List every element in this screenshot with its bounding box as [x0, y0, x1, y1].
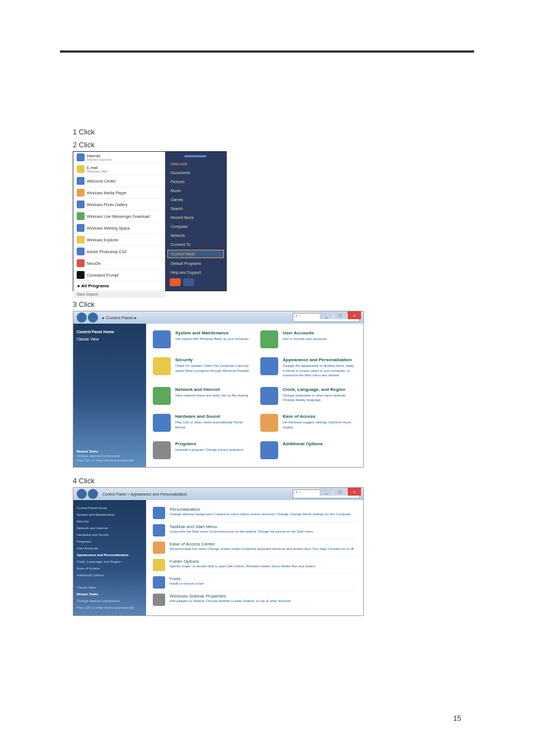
- startmenu-item-cmd[interactable]: Command Prompt: [73, 269, 165, 281]
- right-item-help[interactable]: Help and Support: [167, 269, 224, 276]
- cp-cat-clock[interactable]: Clock, Language, and RegionChange keyboa…: [260, 387, 357, 406]
- startmenu-item-label: Command Prompt: [87, 273, 119, 277]
- startmenu-item-explorer[interactable]: Windows Explorer: [73, 234, 165, 246]
- right-item-defaultprograms[interactable]: Default Programs: [167, 260, 224, 267]
- breadcrumb[interactable]: Control Panel > Appearance and Personali…: [102, 492, 187, 496]
- right-item-games[interactable]: Games: [167, 196, 224, 203]
- power-button[interactable]: [170, 278, 181, 286]
- startmenu-item-email[interactable]: E-mailWindows Mail: [73, 164, 165, 175]
- ap-row-taskbar[interactable]: Taskbar and Start MenuCustomize the Star…: [153, 522, 357, 539]
- cp-cat-additional[interactable]: Additional Options: [260, 441, 357, 460]
- all-programs[interactable]: ▸ All Programs: [73, 281, 165, 291]
- cp-cat-users[interactable]: User AccountsAdd or remove user accounts: [260, 330, 357, 349]
- close-button[interactable]: ×: [348, 311, 361, 319]
- clock-icon: [260, 387, 278, 405]
- messenger-icon: [77, 212, 85, 220]
- startmenu-item-label: Welcome Center: [87, 179, 116, 183]
- internet-icon: [77, 153, 85, 161]
- additional-icon: [260, 441, 278, 459]
- ap-sidebar-item[interactable]: Clock, Language, and Region: [77, 558, 143, 565]
- back-button[interactable]: [77, 489, 87, 499]
- security-icon: [153, 357, 171, 375]
- right-item-controlpanel[interactable]: Control Panel: [167, 250, 224, 258]
- recent-task-link[interactable]: Play CDs or other media automatically: [77, 458, 144, 463]
- ap-sidebar-item[interactable]: Security: [77, 518, 143, 525]
- startmenu-item-label: Windows Live Messenger Download: [87, 214, 150, 218]
- right-item-search[interactable]: Search: [167, 205, 224, 212]
- right-item-music[interactable]: Music: [167, 187, 224, 194]
- right-item-connect[interactable]: Connect To: [167, 241, 224, 248]
- right-item-recent[interactable]: Recent Items: [167, 214, 224, 221]
- cp-cat-ease[interactable]: Ease of AccessLet Windows suggest settin…: [260, 414, 357, 433]
- right-item-user[interactable]: vista-user: [167, 160, 224, 167]
- ap-sidebar-item[interactable]: Hardware and Sound: [77, 531, 143, 538]
- startmenu-item-photoshop[interactable]: Adobe Photoshop CS2: [73, 246, 165, 258]
- right-item-computer[interactable]: Computer: [167, 223, 224, 230]
- step-2-label: 2 Click: [73, 141, 534, 149]
- forward-button[interactable]: [88, 489, 98, 499]
- cp-classic-link[interactable]: Classic View: [77, 335, 143, 343]
- recent-tasks-header: Recent Tasks: [77, 449, 144, 454]
- startmenu-item-internet[interactable]: InternetInternet Explorer: [73, 152, 165, 164]
- back-button[interactable]: [77, 312, 87, 323]
- startmenu-item-photogallery[interactable]: Windows Photo Gallery: [73, 199, 165, 211]
- right-item-network[interactable]: Network: [167, 232, 224, 239]
- ap-sidebar-item[interactable]: Additional Options: [77, 572, 143, 578]
- right-item-pictures[interactable]: Pictures: [167, 178, 224, 185]
- cp-cat-system[interactable]: System and MaintenanceGet started with W…: [153, 330, 249, 349]
- ap-sidebar-item-active[interactable]: Appearance and Personalization: [77, 552, 143, 558]
- ap-row-personalization[interactable]: PersonalizationChange desktop background…: [153, 505, 357, 522]
- ap-sidebar-home[interactable]: Control Panel Home: [77, 505, 143, 511]
- cp-cat-network[interactable]: Network and InternetView network status …: [153, 387, 249, 406]
- recent-task-link[interactable]: Play CDs or other media automatically: [77, 604, 143, 611]
- cp-cat-appearance[interactable]: Appearance and PersonalizationChange the…: [260, 357, 357, 379]
- cp-cat-hardware[interactable]: Hardware and SoundPlay CDs or other medi…: [153, 414, 249, 433]
- cp-main: System and MaintenanceGet started with W…: [146, 324, 363, 467]
- lock-button[interactable]: [183, 278, 194, 286]
- ap-sidebar-item[interactable]: Programs: [77, 538, 143, 545]
- startmenu-item-mediaplayer[interactable]: Windows Media Player: [73, 187, 165, 199]
- nero-icon: [77, 259, 85, 267]
- forward-button[interactable]: [88, 312, 98, 323]
- step-4-label: 4 Click: [73, 477, 534, 485]
- startmenu-item-messenger[interactable]: Windows Live Messenger Download: [73, 211, 165, 222]
- ap-row-ease[interactable]: Ease of Access CenterAccommodate low vis…: [153, 539, 357, 557]
- startmenu-item-welcome[interactable]: Welcome Center: [73, 175, 165, 187]
- screenshot-controlpanel: _ □ × ▸ Control Panel ▸ ▾ ⌕ Control Pane…: [73, 311, 364, 468]
- ap-sidebar-item[interactable]: User Accounts: [77, 545, 143, 552]
- ap-sidebar-item[interactable]: Network and Internet: [77, 525, 143, 531]
- right-item-documents[interactable]: Documents: [167, 169, 224, 176]
- recent-task-link[interactable]: Change desktop background: [77, 598, 143, 604]
- ap-row-folder[interactable]: Folder OptionsSpecify single- or double-…: [153, 557, 357, 574]
- start-search[interactable]: Start Search: [73, 291, 165, 298]
- cp-home-link[interactable]: Control Panel Home: [77, 328, 143, 335]
- maximize-button[interactable]: □: [334, 488, 347, 496]
- winsidebar-icon: [153, 594, 165, 606]
- recent-task-link[interactable]: Change desktop background: [77, 454, 144, 458]
- programs-icon: [153, 441, 171, 459]
- minimize-button[interactable]: _: [320, 488, 333, 496]
- photoshop-icon: [77, 248, 85, 255]
- cp-cat-security[interactable]: SecurityCheck for updates Check this com…: [153, 357, 249, 379]
- users-icon: [260, 330, 278, 348]
- startmenu-item-nero[interactable]: NeroDiv: [73, 258, 165, 269]
- page-top-border: [60, 50, 474, 53]
- photogallery-icon: [77, 200, 85, 208]
- meetingspace-icon: [77, 224, 85, 232]
- personalization-icon: [153, 507, 165, 519]
- ap-row-sidebar[interactable]: Windows Sidebar PropertiesAdd gadgets to…: [153, 591, 357, 608]
- minimize-button[interactable]: _: [320, 311, 333, 319]
- startmenu-item-label: Windows Media Player: [87, 191, 127, 195]
- ap-sidebar-item[interactable]: System and Maintenance: [77, 511, 143, 518]
- maximize-button[interactable]: □: [334, 311, 347, 319]
- close-button[interactable]: ×: [348, 488, 361, 496]
- user-picture[interactable]: [184, 155, 207, 157]
- cp-cat-programs[interactable]: ProgramsUninstall a program Change start…: [153, 441, 249, 460]
- screenshot-startmenu: InternetInternet Explorer E-mailWindows …: [73, 151, 227, 291]
- ap-sidebar-classic[interactable]: Classic View: [77, 584, 143, 591]
- breadcrumb[interactable]: ▸ Control Panel ▸: [102, 315, 137, 320]
- ap-sidebar-item[interactable]: Ease of Access: [77, 565, 143, 572]
- startmenu-left-pane: InternetInternet Explorer E-mailWindows …: [73, 152, 165, 291]
- startmenu-item-meetingspace[interactable]: Windows Meeting Space: [73, 222, 165, 234]
- ap-row-fonts[interactable]: FontsInstall or remove a font: [153, 574, 357, 591]
